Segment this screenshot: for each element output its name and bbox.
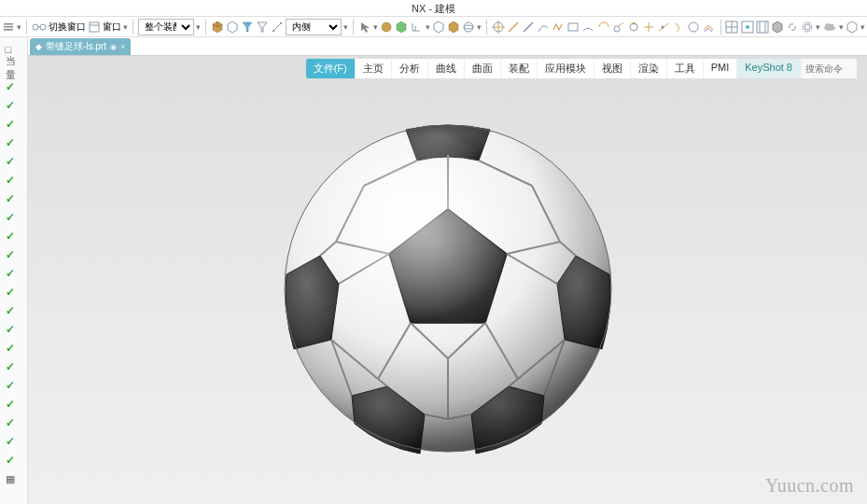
cube-gray-icon[interactable] bbox=[771, 19, 784, 35]
panel-header-icon[interactable]: 当 量 bbox=[2, 60, 26, 77]
svg-line-32 bbox=[619, 22, 623, 26]
svg-marker-20 bbox=[397, 21, 406, 33]
feature-item[interactable]: ✓ bbox=[2, 97, 26, 114]
feature-item[interactable]: ✓ bbox=[2, 321, 26, 338]
gear-icon[interactable] bbox=[801, 19, 814, 35]
grid3-icon[interactable] bbox=[756, 19, 769, 35]
rect-icon[interactable] bbox=[566, 19, 580, 35]
ribbon-tab-surface[interactable]: 曲面 bbox=[465, 59, 501, 78]
cursor-icon[interactable] bbox=[358, 19, 371, 35]
feature-item[interactable]: ✓ bbox=[2, 377, 26, 394]
feature-item[interactable]: ✓ bbox=[2, 209, 26, 226]
tangent-icon[interactable] bbox=[612, 19, 625, 35]
svg-point-4 bbox=[40, 24, 46, 30]
feature-item[interactable]: ✓ bbox=[2, 284, 26, 301]
svg-point-3 bbox=[33, 24, 38, 30]
globe-icon[interactable] bbox=[462, 19, 475, 35]
iso-cube2-icon[interactable] bbox=[447, 19, 460, 35]
point-line-icon[interactable] bbox=[657, 19, 670, 35]
svg-line-28 bbox=[509, 22, 518, 32]
feature-item[interactable]: ✓ bbox=[2, 116, 26, 133]
offset-icon[interactable] bbox=[702, 19, 715, 35]
feature-item[interactable]: ✓ bbox=[2, 302, 26, 319]
link-icon[interactable] bbox=[786, 19, 799, 35]
cube-x-icon[interactable] bbox=[846, 19, 859, 35]
feature-item[interactable]: ✓ bbox=[2, 153, 26, 170]
ribbon-tab-assembly[interactable]: 装配 bbox=[501, 59, 538, 78]
sphere-icon[interactable] bbox=[380, 19, 393, 35]
assembly-dropdown[interactable]: 整个装配 bbox=[138, 19, 194, 35]
ribbon-tab-pmi[interactable]: PMI bbox=[704, 59, 738, 78]
pin-icon[interactable]: ◉ bbox=[110, 43, 117, 51]
svg-line-29 bbox=[524, 22, 533, 32]
target-icon[interactable] bbox=[492, 19, 505, 35]
feature-item[interactable]: ✓ bbox=[2, 265, 26, 282]
box-green-icon[interactable] bbox=[395, 19, 408, 35]
corner-icon[interactable] bbox=[410, 19, 423, 35]
svg-marker-54 bbox=[847, 21, 857, 33]
cube-wire-icon[interactable] bbox=[226, 19, 239, 35]
zigzag-icon[interactable] bbox=[552, 19, 565, 35]
ribbon-tab-tools[interactable]: 工具 bbox=[667, 59, 704, 78]
feature-item[interactable]: ✓ bbox=[2, 452, 26, 469]
ribbon-tab-file[interactable]: 文件(F) bbox=[306, 59, 356, 78]
cloud-icon[interactable] bbox=[822, 19, 837, 35]
glasses-icon[interactable] bbox=[32, 19, 47, 35]
curve-icon[interactable] bbox=[537, 19, 550, 35]
svg-line-15 bbox=[273, 22, 282, 32]
interior-dropdown[interactable]: 内侧 bbox=[286, 19, 342, 35]
viewport-3d[interactable]: Yuucn.com bbox=[28, 56, 867, 504]
arc3-icon[interactable] bbox=[672, 19, 685, 35]
filter-icon[interactable] bbox=[241, 19, 254, 35]
ribbon-tab-keyshot[interactable]: KeyShot 8 bbox=[737, 59, 801, 78]
circle-icon[interactable] bbox=[687, 19, 700, 35]
filter2-icon[interactable] bbox=[256, 19, 269, 35]
close-tab-icon[interactable]: × bbox=[120, 42, 125, 51]
svg-rect-45 bbox=[757, 21, 768, 33]
arc2-icon[interactable] bbox=[597, 19, 610, 35]
iso-cube-icon[interactable] bbox=[432, 19, 445, 35]
ribbon-tab-analysis[interactable]: 分析 bbox=[392, 59, 428, 78]
ribbon-tab-curve[interactable]: 曲线 bbox=[428, 59, 465, 78]
panel-bottom-icon[interactable]: ▦ bbox=[2, 470, 26, 487]
ribbon-tab-view[interactable]: 视图 bbox=[594, 59, 631, 78]
feature-item[interactable]: ✓ bbox=[2, 396, 26, 413]
separator bbox=[486, 20, 487, 35]
feature-item[interactable]: ✓ bbox=[2, 414, 26, 431]
svg-point-23 bbox=[464, 22, 473, 32]
feature-item[interactable]: ✓ bbox=[2, 358, 26, 375]
feature-item[interactable]: ✓ bbox=[2, 433, 26, 450]
ribbon-tab-bar: 文件(F) 主页 分析 曲线 曲面 装配 应用模块 视图 渲染 工具 PMI K… bbox=[305, 58, 858, 79]
line2-icon[interactable] bbox=[522, 19, 535, 35]
feature-item[interactable]: ✓ bbox=[2, 78, 26, 95]
feature-item[interactable]: ✓ bbox=[2, 190, 26, 207]
ribbon-tab-application[interactable]: 应用模块 bbox=[538, 59, 594, 78]
grid2-icon[interactable] bbox=[740, 19, 753, 35]
separator bbox=[353, 20, 354, 35]
feature-item[interactable]: ✓ bbox=[2, 134, 26, 151]
cube-shaded-icon[interactable] bbox=[211, 19, 224, 35]
ribbon-tab-home[interactable]: 主页 bbox=[356, 59, 392, 78]
svg-marker-18 bbox=[361, 22, 370, 33]
circle-pt-icon[interactable] bbox=[627, 19, 640, 35]
feature-item[interactable]: ✓ bbox=[2, 172, 26, 189]
switch-window-label: 切换窗口 bbox=[49, 21, 86, 34]
document-tab-label: 带缝足球-ls.prt bbox=[46, 40, 106, 53]
line-icon[interactable] bbox=[507, 19, 520, 35]
svg-point-34 bbox=[632, 21, 635, 24]
document-tab[interactable]: ◆ 带缝足球-ls.prt ◉ × bbox=[30, 38, 131, 55]
svg-point-24 bbox=[464, 25, 473, 29]
measure-icon[interactable] bbox=[271, 19, 284, 35]
feature-item[interactable]: ✓ bbox=[2, 340, 26, 357]
ribbon-tab-render[interactable]: 渲染 bbox=[631, 59, 667, 78]
part-icon: ◆ bbox=[35, 42, 42, 51]
window-icon[interactable] bbox=[88, 19, 101, 35]
command-search-input[interactable] bbox=[801, 59, 857, 78]
feature-item[interactable]: ✓ bbox=[2, 228, 26, 245]
grid1-icon[interactable] bbox=[725, 19, 738, 35]
cross-icon[interactable] bbox=[642, 19, 655, 35]
feature-item[interactable]: ✓ bbox=[2, 246, 26, 263]
menu-icon[interactable] bbox=[2, 19, 15, 35]
document-tab-bar: ◆ 带缝足球-ls.prt ◉ × bbox=[28, 37, 867, 56]
arc-icon[interactable] bbox=[581, 19, 594, 35]
